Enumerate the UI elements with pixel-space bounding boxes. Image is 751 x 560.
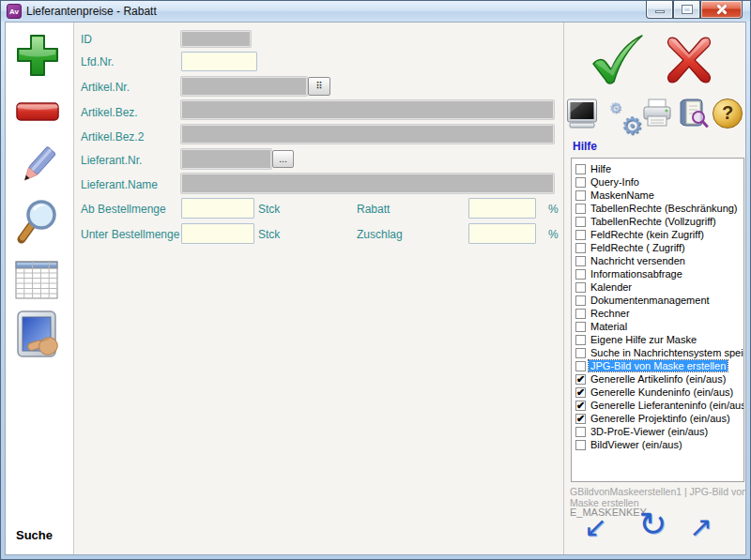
edit-record-button[interactable] <box>13 142 60 192</box>
checkbox-unchecked-icon[interactable] <box>575 217 586 227</box>
checkbox-unchecked-icon[interactable] <box>575 204 586 214</box>
help-checklist-item-label: FeldRechte ( Zugriff) <box>590 242 685 253</box>
panel-divider <box>563 23 564 554</box>
checkbox-unchecked-icon[interactable] <box>575 190 586 201</box>
magnifier-icon <box>14 197 61 246</box>
cancel-button[interactable] <box>664 36 714 84</box>
help-checklist-item[interactable]: Suche in Nachrichtensystem speicl <box>572 346 743 359</box>
checkbox-unchecked-icon[interactable] <box>575 348 586 358</box>
checkbox-checked-icon[interactable]: ✔ <box>575 374 586 385</box>
x-icon <box>664 36 714 84</box>
help-checklist-item[interactable]: BildViewer (ein/aus) <box>572 438 743 451</box>
unter-bestellmenge-field[interactable] <box>181 223 254 244</box>
checkbox-unchecked-icon[interactable] <box>575 309 586 319</box>
book-magnifier-icon <box>677 98 709 129</box>
add-record-button[interactable] <box>15 32 60 79</box>
touch-select-button[interactable] <box>13 308 64 362</box>
checkbox-checked-icon[interactable]: ✔ <box>575 414 586 424</box>
help-checklist-item-label: MaskenName <box>590 189 654 201</box>
left-toolbar: Suche <box>6 23 74 554</box>
help-checklist-item[interactable]: Nachricht versenden <box>572 254 743 267</box>
search-button[interactable] <box>14 197 61 246</box>
help-checklist-item[interactable]: Material <box>572 320 743 333</box>
help-checklist-item[interactable]: Eigene Hilfe zur Maske <box>572 333 743 346</box>
help-checklist-item-label: Hilfe <box>590 163 611 174</box>
minimize-button[interactable] <box>646 1 673 19</box>
checkbox-unchecked-icon[interactable] <box>575 427 586 437</box>
maximize-button[interactable] <box>673 1 700 19</box>
help-checklist-item[interactable]: TabellenRechte (Vollzugriff) <box>572 215 743 228</box>
help-checklist-item[interactable]: Query-Info <box>572 175 743 189</box>
statusbar-mask-key: E_MASKENKEY <box>570 507 647 518</box>
app-window: Av Lieferantenpreise - Rabatt <box>0 0 751 560</box>
ab-bestellmenge-field[interactable] <box>181 198 254 219</box>
help-checklist-item-label: Dokumentenmanagement <box>590 295 710 306</box>
touch-screen-icon <box>13 308 64 362</box>
help-checklist-item-label: Eigene Hilfe zur Maske <box>590 334 697 345</box>
checkbox-unchecked-icon[interactable] <box>575 282 586 293</box>
lieferantnr-lookup-button[interactable]: ... <box>272 150 294 168</box>
field-label-lfdnr: Lfd.Nr. <box>81 55 114 68</box>
checkbox-unchecked-icon[interactable] <box>575 335 586 345</box>
settings-button[interactable]: ⚙ ⚙ <box>605 98 636 129</box>
help-checklist[interactable]: HilfeQuery-InfoMaskenNameTabellenRechte … <box>571 158 744 482</box>
arrow-forward-icon: ↗ <box>689 510 713 543</box>
navigate-forward-button[interactable]: ↗ <box>689 513 713 541</box>
help-checklist-item[interactable]: FeldRechte ( Zugriff) <box>572 241 743 254</box>
delete-record-button[interactable] <box>15 101 60 122</box>
checkbox-checked-icon[interactable]: ✔ <box>575 401 586 411</box>
print-button[interactable] <box>641 98 673 129</box>
help-checklist-item[interactable]: Kalender <box>572 280 743 294</box>
checkbox-unchecked-icon[interactable] <box>575 361 586 371</box>
help-checklist-item[interactable]: FeldRechte (kein Zugriff) <box>572 228 743 241</box>
navigate-back-button[interactable]: ↙ <box>584 513 607 541</box>
lieferantname-field <box>181 174 554 193</box>
help-checklist-item[interactable]: Informationsabfrage <box>572 267 743 280</box>
checkbox-unchecked-icon[interactable] <box>575 295 586 306</box>
help-checklist-item[interactable]: ✔Generelle Lieferanteninfo (ein/aus) <box>572 399 743 412</box>
confirm-button[interactable] <box>588 32 646 88</box>
help-checklist-item[interactable]: TabellenRechte (Beschränkung) <box>572 202 743 215</box>
help-button[interactable]: ? <box>713 98 743 129</box>
unit-label-stck-2: Stck <box>258 228 280 241</box>
rabatt-field[interactable] <box>468 198 536 219</box>
help-checklist-item[interactable]: ✔Generelle Projektinfo (ein/aus) <box>572 412 743 425</box>
checkbox-unchecked-icon[interactable] <box>575 177 586 188</box>
table-view-button[interactable] <box>15 260 58 300</box>
help-checklist-item[interactable]: MaskenName <box>572 189 743 202</box>
help-checklist-item[interactable]: JPG-Bild von Maske erstellen <box>572 359 743 372</box>
field-label-id: ID <box>81 33 92 46</box>
zuschlag-field[interactable] <box>468 223 536 244</box>
help-checklist-item-label: Generelle Lieferanteninfo (ein/aus) <box>590 400 743 411</box>
lfdnr-field[interactable] <box>181 52 257 71</box>
help-checklist-item-label: Rechner <box>590 308 630 319</box>
help-checklist-item-label: FeldRechte (kein Zugriff) <box>590 229 704 240</box>
help-checklist-item[interactable]: ✔Generelle Kundeninfo (ein/aus) <box>572 386 743 399</box>
field-label-rabatt: Rabatt <box>357 203 390 216</box>
help-checklist-item-label: Generelle Artikelinfo (ein/aus) <box>590 373 726 385</box>
checkbox-unchecked-icon[interactable] <box>575 230 586 240</box>
checkbox-checked-icon[interactable]: ✔ <box>575 387 586 398</box>
document-search-button[interactable] <box>677 98 709 129</box>
help-checklist-item[interactable]: Hilfe <box>572 162 743 175</box>
checkbox-unchecked-icon[interactable] <box>575 440 586 450</box>
artikelnr-field <box>181 77 307 96</box>
checkbox-unchecked-icon[interactable] <box>575 243 586 253</box>
help-checklist-item-label: Nachricht versenden <box>590 255 685 266</box>
artikelbez2-field <box>181 125 554 144</box>
help-checklist-item-label: TabellenRechte (Vollzugriff) <box>590 216 716 227</box>
close-button[interactable] <box>700 1 743 19</box>
artikelnr-lookup-button[interactable]: ⠿ <box>308 77 330 96</box>
help-checklist-item[interactable]: ✔Generelle Artikelinfo (ein/aus) <box>572 372 743 386</box>
help-checklist-item[interactable]: Rechner <box>572 307 743 320</box>
help-checklist-item[interactable]: 3D-ProE-Viewer (ein/aus) <box>572 425 743 438</box>
help-checklist-item-label: Kalender <box>590 281 632 293</box>
screenshot-button[interactable] <box>566 98 599 129</box>
checkbox-unchecked-icon[interactable] <box>575 322 586 332</box>
checkbox-unchecked-icon[interactable] <box>575 256 586 266</box>
checkbox-unchecked-icon[interactable] <box>575 164 586 174</box>
refresh-button[interactable]: ↻ <box>638 507 667 541</box>
help-checklist-item[interactable]: Dokumentenmanagement <box>572 294 743 307</box>
checkbox-unchecked-icon[interactable] <box>575 269 586 280</box>
help-checklist-item-label: 3D-ProE-Viewer (ein/aus) <box>590 426 708 437</box>
